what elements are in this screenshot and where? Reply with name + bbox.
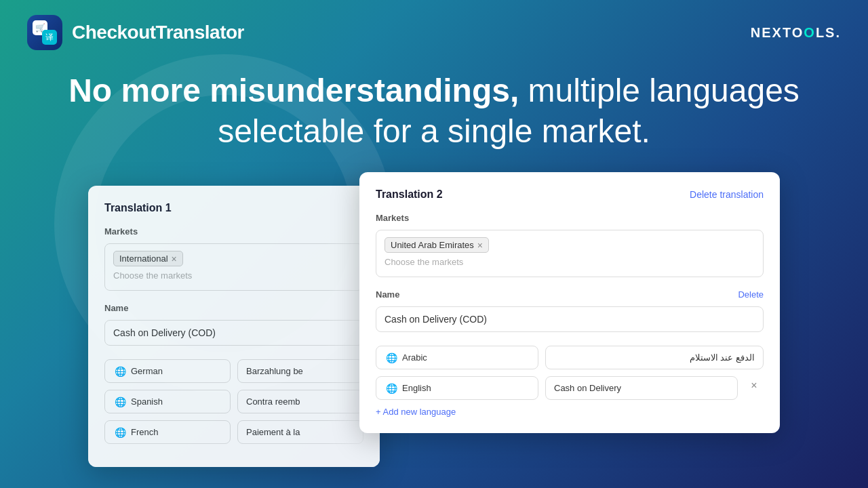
- spanish-flag: 🌐: [113, 397, 127, 407]
- arabic-flag: 🌐: [384, 353, 398, 363]
- card1-spanish-value[interactable]: Contra reemb: [237, 390, 363, 413]
- card2-title: Translation 2: [376, 188, 443, 201]
- card2-name-label: Name: [376, 289, 399, 300]
- spanish-label: Spanish: [131, 396, 163, 407]
- nextools-logo: NEXTOOLS.: [751, 25, 841, 41]
- app-name: CheckoutTranslator: [72, 22, 244, 43]
- translation-card-1: Translation 1 Markets International × Ch…: [88, 186, 380, 467]
- card1-french-row: 🌐 French Paiement à la: [104, 420, 363, 444]
- german-label: German: [131, 366, 163, 376]
- german-flag: 🌐: [113, 367, 127, 376]
- card2-arabic-row: 🌐 Arabic الدفع عند الاستلام: [376, 346, 764, 369]
- card1-french-lang: 🌐 French: [104, 420, 231, 444]
- cards-container: Translation 1 Markets International × Ch…: [0, 172, 868, 467]
- translate-icon: 译: [42, 30, 57, 45]
- card1-german-row: 🌐 German Barzahlung be: [104, 359, 363, 383]
- card2-arabic-value[interactable]: الدفع عند الاستلام: [545, 346, 764, 369]
- card1-french-value[interactable]: Paiement à la: [237, 420, 363, 444]
- card1-markets-label: Markets: [104, 226, 363, 237]
- card1-german-value[interactable]: Barzahlung be: [237, 359, 363, 383]
- card1-name-label: Name: [104, 303, 128, 313]
- logo-area: 🛒 译 CheckoutTranslator: [27, 15, 244, 50]
- delete-name-button[interactable]: Delete: [738, 289, 764, 300]
- card2-arabic-lang: 🌐 Arabic: [376, 346, 538, 369]
- card1-name-header: Name: [104, 303, 363, 313]
- card1-bottom-fade: [88, 440, 380, 467]
- remove-international-tag[interactable]: ×: [172, 254, 177, 264]
- card2-market-tags: United Arab Emirates ×: [384, 237, 755, 253]
- card2-choose-markets: Choose the markets: [384, 257, 755, 267]
- card2-english-lang: 🌐 English: [376, 376, 538, 400]
- arabic-label: Arabic: [402, 352, 427, 363]
- card2-market-tag-uae[interactable]: United Arab Emirates ×: [384, 237, 489, 253]
- card1-german-lang: 🌐 German: [104, 359, 231, 383]
- card1-market-tags: International ×: [113, 251, 355, 266]
- english-flag: 🌐: [384, 384, 398, 393]
- card2-header: Translation 2 Delete translation: [376, 188, 764, 201]
- add-language-button[interactable]: + Add new language: [376, 407, 764, 417]
- hero-section: No more misunderstandings, multiple lang…: [0, 50, 868, 165]
- hero-text: No more misunderstandings, multiple lang…: [27, 70, 841, 152]
- card1-market-tag-international[interactable]: International ×: [113, 251, 183, 266]
- card2-english-row: 🌐 English Cash on Delivery ×: [376, 376, 764, 400]
- card1-markets-box[interactable]: International × Choose the markets: [104, 243, 363, 291]
- translation-card-2: Translation 2 Delete translation Markets…: [359, 172, 780, 433]
- card2-name-header: Name Delete: [376, 289, 764, 300]
- remove-uae-tag[interactable]: ×: [477, 241, 483, 250]
- header: 🛒 译 CheckoutTranslator NEXTOOLS.: [0, 0, 868, 50]
- card1-name-input[interactable]: [104, 320, 363, 346]
- card1-spanish-lang: 🌐 Spanish: [104, 390, 231, 413]
- card1-spanish-row: 🌐 Spanish Contra reemb: [104, 390, 363, 413]
- french-flag: 🌐: [113, 428, 127, 437]
- english-label: English: [402, 383, 431, 393]
- card1-title: Translation 1: [104, 202, 172, 214]
- delete-translation-button[interactable]: Delete translation: [690, 189, 764, 200]
- remove-english-button[interactable]: ×: [745, 376, 764, 395]
- card2-markets-label: Markets: [376, 213, 764, 223]
- app-icon: 🛒 译: [27, 15, 62, 50]
- french-label: French: [131, 427, 158, 437]
- card2-name-input[interactable]: [376, 306, 764, 332]
- card2-markets-box[interactable]: United Arab Emirates × Choose the market…: [376, 230, 764, 277]
- card1-header: Translation 1: [104, 202, 363, 214]
- card1-choose-markets: Choose the markets: [113, 270, 355, 281]
- card2-english-value[interactable]: Cash on Delivery: [545, 376, 738, 400]
